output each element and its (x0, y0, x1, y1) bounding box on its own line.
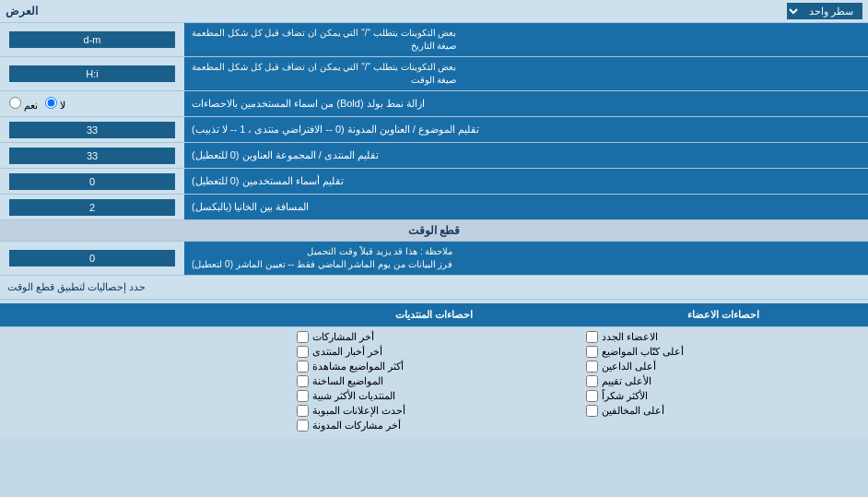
radio-no[interactable] (45, 97, 57, 109)
usernames-trim-input[interactable] (9, 173, 175, 190)
list-item: أعلى الداعين (586, 361, 861, 373)
list-item: الأكثر شكراً (586, 390, 861, 402)
display-title: العرض (6, 5, 38, 18)
checkbox-last-news[interactable] (297, 346, 309, 358)
checkboxes-col3 (0, 331, 289, 432)
cutoff-input-cell (0, 242, 184, 275)
list-item: أخر أخبار المنتدى (297, 346, 571, 358)
col2-header: احصاءات المنتديات (289, 303, 579, 326)
date-format-label: بعض التكوينات يتطلب "/" التي يمكن ان تضا… (184, 23, 868, 56)
radio-yes[interactable] (9, 97, 21, 109)
list-item: أخر مشاركات المدونة (297, 420, 571, 432)
date-format-input-cell (0, 23, 184, 56)
checkbox-hot-topics[interactable] (297, 375, 309, 387)
checkbox-popular-forums[interactable] (297, 390, 309, 402)
usernames-trim-label: تقليم أسماء المستخدمين (0 للتعطيل) (184, 169, 868, 194)
checkbox-top-violators[interactable] (586, 405, 598, 417)
display-header: سطر واحد سطرين ثلاثة أسطر العرض (0, 0, 868, 23)
radio-no-label: لا (45, 97, 65, 112)
bold-remove-label: ازالة نمط بولد (Bold) من اسماء المستخدمي… (184, 91, 868, 116)
list-item: المنتديات الأكثر شبية (297, 390, 571, 402)
gap-input[interactable] (9, 199, 175, 216)
checkbox-last-blog-posts[interactable] (297, 420, 309, 432)
date-format-input[interactable] (9, 31, 175, 48)
topics-trim-input-cell (0, 117, 184, 142)
cutoff-row: ملاحظة : هذا قد يزيد قبلاً وقت التحميل ف… (0, 242, 868, 276)
list-item: أعلى المخالفين (586, 405, 861, 417)
checkbox-most-thanked[interactable] (586, 390, 598, 402)
gap-input-cell (0, 195, 184, 219)
checkboxes-header-row: احصاءات الاعضاء احصاءات المنتديات (0, 303, 868, 327)
cutoff-input[interactable] (9, 250, 175, 266)
topics-trim-label: تقليم الموضوع / العناوين المدونة (0 -- ا… (184, 117, 868, 142)
list-item: المواضيع الساخنة (297, 375, 571, 387)
gap-label: المسافة بين الخانيا (بالبكسل) (184, 195, 868, 219)
time-format-input[interactable] (9, 65, 175, 82)
checkbox-new-members[interactable] (586, 331, 598, 343)
checkbox-most-viewed[interactable] (297, 361, 309, 373)
time-format-label: بعض التكوينات يتطلب "/" التي يمكن ان تضا… (184, 57, 868, 90)
checkbox-latest-classifieds[interactable] (297, 405, 309, 417)
checkbox-last-posts[interactable] (297, 331, 309, 343)
time-format-row: بعض التكوينات يتطلب "/" التي يمكن ان تضا… (0, 57, 868, 91)
usernames-trim-input-cell (0, 169, 184, 194)
list-item: الأعلى تقييم (586, 375, 861, 387)
cutoff-section-header: قطع الوقت (0, 220, 868, 242)
list-item: أخر المشاركات (297, 331, 571, 343)
bold-remove-row: ازالة نمط بولد (Bold) من اسماء المستخدمي… (0, 91, 868, 117)
radio-yes-label: نعم (9, 97, 38, 112)
checkboxes-col1: الاعضاء الجدد أعلى كتّاب المواضيع أعلى ا… (579, 331, 868, 432)
list-item: الاعضاء الجدد (586, 331, 861, 343)
col3-header (0, 303, 289, 326)
checkboxes-section: احصاءات الاعضاء احصاءات المنتديات الاعضا… (0, 300, 868, 439)
time-format-input-cell (0, 57, 184, 90)
forum-trim-input[interactable] (9, 148, 175, 164)
display-select[interactable]: سطر واحد سطرين ثلاثة أسطر (787, 3, 862, 19)
checkboxes-body: الاعضاء الجدد أعلى كتّاب المواضيع أعلى ا… (0, 327, 868, 435)
col1-header: احصاءات الاعضاء (579, 303, 868, 326)
topics-trim-row: تقليم الموضوع / العناوين المدونة (0 -- ا… (0, 117, 868, 143)
forum-trim-label: تقليم المنتدى / المجموعة العناوين (0 للت… (184, 143, 868, 168)
list-item: أعلى كتّاب المواضيع (586, 346, 861, 358)
gap-row: المسافة بين الخانيا (بالبكسل) (0, 195, 868, 220)
forum-trim-row: تقليم المنتدى / المجموعة العناوين (0 للت… (0, 143, 868, 169)
topics-trim-input[interactable] (9, 122, 175, 138)
date-format-row: بعض التكوينات يتطلب "/" التي يمكن ان تضا… (0, 23, 868, 57)
checkboxes-col2: أخر المشاركات أخر أخبار المنتدى أكثر الم… (289, 331, 579, 432)
list-item: أكثر المواضيع مشاهدة (297, 361, 571, 373)
apply-label: حدد إحصاليات لتطبيق قطع الوقت (7, 281, 146, 293)
apply-row: حدد إحصاليات لتطبيق قطع الوقت (0, 276, 868, 300)
checkbox-top-topic-writers[interactable] (586, 346, 598, 358)
usernames-trim-row: تقليم أسماء المستخدمين (0 للتعطيل) (0, 169, 868, 195)
list-item: أحدث الإعلانات المبوبة (297, 405, 571, 417)
bold-remove-radio-cell: لا نعم (0, 91, 184, 116)
forum-trim-input-cell (0, 143, 184, 168)
checkbox-top-rated[interactable] (586, 375, 598, 387)
cutoff-label: ملاحظة : هذا قد يزيد قبلاً وقت التحميل ف… (184, 242, 868, 275)
checkbox-top-inviters[interactable] (586, 361, 598, 373)
